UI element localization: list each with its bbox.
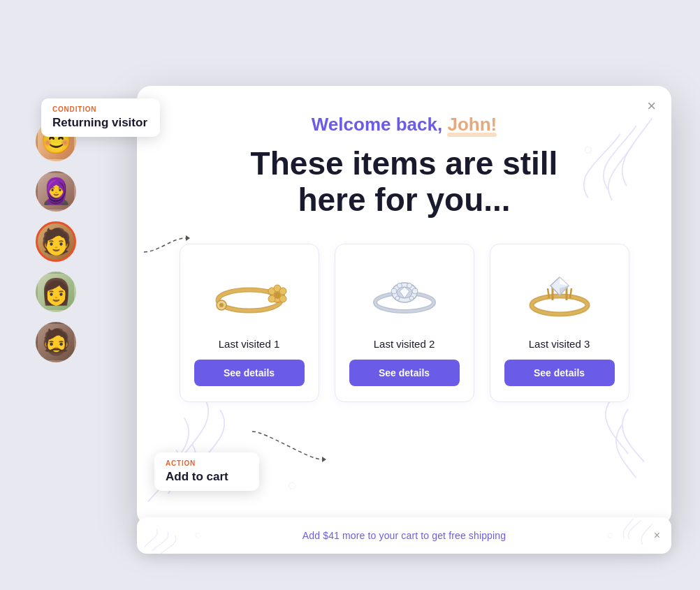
svg-point-28 [395, 296, 400, 300]
modal-close-button[interactable]: × [647, 98, 656, 114]
svg-point-26 [397, 283, 402, 288]
scene-wrapper: 😊 🧕 🧑 👩 🧔 CONDITION Returning visitor AC… [22, 23, 678, 568]
svg-point-40 [608, 533, 613, 538]
products-grid: Last visited 1 See details [172, 244, 636, 402]
svg-point-24 [391, 288, 397, 294]
see-details-button-2[interactable]: See details [349, 360, 460, 386]
avatar-5[interactable]: 🧔 [36, 322, 76, 362]
condition-label: CONDITION [52, 105, 149, 113]
welcome-name: John! [447, 114, 497, 135]
svg-point-7 [289, 482, 296, 489]
condition-badge: CONDITION Returning visitor [41, 98, 160, 137]
product-title-1: Last visited 1 [219, 338, 280, 350]
product-image-3 [511, 258, 608, 328]
welcome-static: Welcome back, [312, 114, 442, 135]
action-label: ACTION [166, 459, 248, 467]
avatar-4[interactable]: 👩 [36, 272, 76, 312]
ring-svg-2 [359, 262, 450, 325]
svg-point-29 [409, 296, 414, 300]
svg-point-31 [532, 296, 588, 314]
product-image-1 [200, 258, 298, 328]
product-image-2 [356, 258, 453, 328]
avatar-3-active[interactable]: 🧑 [36, 221, 76, 262]
svg-point-27 [407, 283, 411, 288]
product-card-2: Last visited 2 See details [335, 244, 474, 402]
svg-point-15 [279, 295, 286, 302]
see-details-button-1[interactable]: See details [194, 360, 305, 386]
action-value: Add to cart [166, 470, 248, 484]
ring-svg-1 [204, 262, 295, 325]
banner-text: Add $41 more to your cart to get free sh… [302, 530, 506, 541]
action-badge: ACTION Add to cart [154, 452, 259, 491]
svg-point-18 [219, 303, 224, 307]
product-title-3: Last visited 3 [529, 338, 590, 350]
modal-content: Welcome back, John! These items are stil… [172, 114, 636, 403]
svg-point-25 [412, 288, 418, 294]
product-title-2: Last visited 2 [374, 338, 435, 350]
bottom-banner: Add $41 more to your cart to get free sh… [137, 517, 671, 554]
headline: These items are still here for you... [172, 145, 636, 219]
avatar-2[interactable]: 🧕 [36, 171, 76, 212]
product-card-1: Last visited 1 See details [180, 244, 319, 402]
ring-svg-3 [514, 262, 605, 325]
svg-point-16 [268, 295, 275, 302]
avatar-list: 😊 🧕 🧑 👩 🧔 [36, 121, 76, 362]
see-details-button-3[interactable]: See details [504, 360, 615, 386]
condition-value: Returning visitor [52, 116, 149, 130]
welcome-text: Welcome back, John! [172, 114, 636, 135]
banner-close-button[interactable]: × [654, 529, 660, 542]
product-card-3: Last visited 3 See details [490, 244, 629, 402]
svg-point-39 [196, 533, 200, 538]
svg-point-14 [279, 288, 286, 295]
